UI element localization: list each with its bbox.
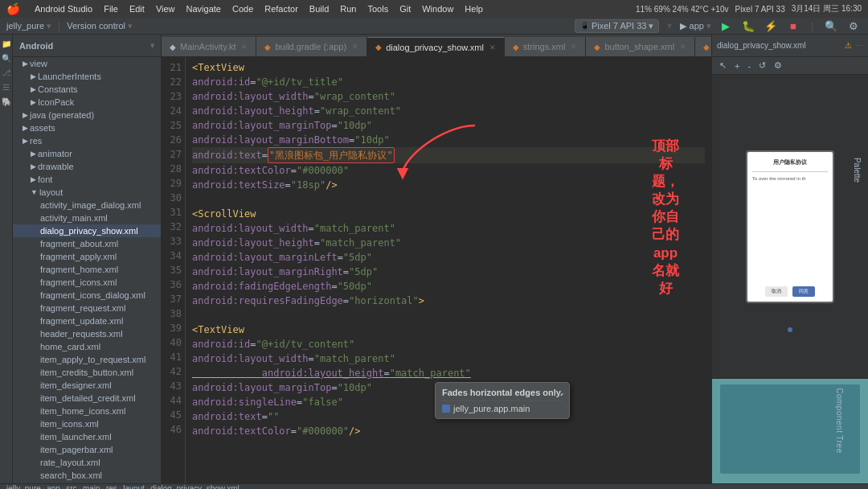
vcs-control[interactable]: Version control ▾: [67, 21, 133, 31]
sidebar-item[interactable]: fragment_apply.xml: [13, 250, 161, 263]
stop-button[interactable]: ■: [785, 18, 801, 34]
preview-ok-btn[interactable]: 同意: [792, 286, 815, 297]
editor-content[interactable]: 2122232425262728293031323334353637383940…: [162, 57, 711, 483]
tool-zoom-out[interactable]: -: [745, 60, 753, 72]
code-line: [192, 308, 705, 323]
tab-close[interactable]: ✕: [241, 43, 248, 51]
menu-view[interactable]: View: [156, 4, 175, 14]
app-target[interactable]: ▶ app ▾: [680, 21, 710, 31]
search-everywhere[interactable]: 🔍: [823, 18, 839, 34]
device-selector[interactable]: 📱 Pixel 7 API 33 ▾: [575, 19, 660, 33]
right-panel-menu[interactable]: ⋯: [855, 41, 863, 50]
sidebar-item[interactable]: home_card.xml: [13, 340, 161, 353]
code-line: android:id="@+id/tv_content": [192, 337, 705, 351]
menu-android-studio[interactable]: Android Studio: [35, 4, 92, 14]
sidebar-item[interactable]: fragment_about.xml: [13, 237, 161, 250]
palette-label: Palette: [853, 158, 862, 183]
sidebar-item[interactable]: fragment_update.xml: [13, 314, 161, 327]
menu-refactor[interactable]: Refactor: [264, 4, 298, 14]
code-line: android:id="@+id/tv_title": [192, 75, 705, 89]
debug-button[interactable]: 🐛: [740, 18, 756, 34]
project-icon[interactable]: 📁: [1, 38, 12, 49]
sidebar-item[interactable]: activity_main.xml: [13, 212, 161, 224]
sidebar-label: res: [30, 136, 42, 146]
gradle-icon[interactable]: 🐘: [1, 96, 12, 107]
sidebar-item[interactable]: ▶LauncherIntents: [13, 70, 161, 83]
sidebar-item[interactable]: ▶animator: [13, 147, 161, 160]
sidebar-item[interactable]: search_box.xml: [13, 469, 161, 482]
sidebar-item[interactable]: ▶font: [13, 173, 161, 186]
editor-tab[interactable]: ◆dialog_privacy_show.xml✕: [367, 37, 505, 56]
editor-tab[interactable]: ◆build.gradle (:app)✕: [256, 37, 367, 56]
structure-icon[interactable]: ☰: [1, 81, 12, 92]
tooltip-sub-text: jelly_pure.app.main: [453, 404, 530, 413]
sidebar-item[interactable]: fragment_icons_dialog.xml: [13, 289, 161, 302]
sidebar-item[interactable]: item_credits_button.xml: [13, 366, 161, 379]
tab-close[interactable]: ✕: [571, 43, 577, 51]
sidebar-label: item_home_icons.xml: [40, 406, 125, 416]
editor-tab[interactable]: ◆MainActivity.kt✕: [162, 37, 256, 56]
sidebar-item[interactable]: ▶IconPack: [13, 96, 161, 109]
sidebar-item[interactable]: dialog_privacy_show.xml: [13, 224, 161, 237]
sidebar-item[interactable]: activity_image_dialog.xml: [13, 199, 161, 212]
code-line: android:layout_height="match_parent": [192, 236, 705, 250]
menu-run[interactable]: Run: [340, 4, 356, 14]
sidebar-item[interactable]: item_detailed_credit.xml: [13, 392, 161, 405]
menu-window[interactable]: Window: [422, 4, 453, 14]
sidebar-item[interactable]: ▼layout: [13, 186, 161, 199]
menu-edit[interactable]: Edit: [129, 4, 145, 14]
sidebar-item[interactable]: fragment_icons.xml: [13, 276, 161, 289]
code-line: android:layout_height="wrap_content": [192, 104, 705, 118]
sidebar-item[interactable]: fragment_request.xml: [13, 302, 161, 314]
tab-close[interactable]: ✕: [489, 43, 496, 51]
code-line: android:text="黑浪图标包_用户隐私协议": [192, 147, 705, 163]
menu-tools[interactable]: Tools: [367, 4, 388, 14]
sidebar-item[interactable]: ▶java (generated): [13, 109, 161, 121]
sidebar-item[interactable]: item_launcher.xml: [13, 430, 161, 443]
editor-tab[interactable]: ◆button_shape.xml✕: [586, 37, 695, 56]
tab-close[interactable]: ✕: [680, 43, 686, 51]
sidebar-item[interactable]: item_icons.xml: [13, 417, 161, 430]
settings-button[interactable]: ⚙: [845, 18, 862, 34]
menu-help[interactable]: Help: [465, 4, 483, 14]
file-icon: ▶: [23, 60, 28, 68]
sidebar-item[interactable]: fragment_home.xml: [13, 263, 161, 276]
menu-build[interactable]: Build: [309, 4, 329, 14]
find-icon[interactable]: 🔍: [1, 52, 12, 64]
sidebar-item[interactable]: item_home_icons.xml: [13, 405, 161, 417]
sidebar-label: Constants: [38, 84, 78, 94]
tool-settings[interactable]: ⚙: [772, 60, 784, 72]
sidebar-item[interactable]: ▶res: [13, 134, 161, 147]
vcs-icon[interactable]: ⎇: [1, 67, 12, 78]
tool-zoom-in[interactable]: +: [732, 60, 742, 72]
tab-icon: ◆: [170, 43, 176, 51]
sidebar-label: java (generated): [30, 110, 94, 120]
sidebar-item[interactable]: item_pagerbar.xml: [13, 443, 161, 456]
tool-move[interactable]: ↖: [717, 60, 729, 72]
menu-code[interactable]: Code: [232, 4, 253, 14]
menu-file[interactable]: File: [104, 4, 118, 14]
sidebar-item[interactable]: item_designer.xml: [13, 379, 161, 392]
menu-git[interactable]: Git: [399, 4, 411, 14]
preview-cancel-btn[interactable]: 取消: [765, 286, 788, 297]
apple-menu-icon[interactable]: 🍎: [6, 2, 20, 15]
profile-button[interactable]: ⚡: [763, 18, 779, 34]
sidebar-item[interactable]: item_apply_to_request.xml: [13, 353, 161, 366]
sidebar-item[interactable]: ▶drawable: [13, 160, 161, 173]
sidebar-item[interactable]: ▶Constants: [13, 83, 161, 96]
tab-close[interactable]: ✕: [352, 43, 358, 51]
run-button[interactable]: ▶: [718, 18, 734, 34]
tool-refresh[interactable]: ↺: [756, 60, 768, 72]
sidebar-item[interactable]: header_requests.xml: [13, 327, 161, 340]
file-icon: ▶: [31, 175, 36, 183]
editor-tab[interactable]: ◆styles.xml✕: [695, 37, 711, 56]
sidebar-collapse[interactable]: ▾: [150, 41, 154, 50]
project-name[interactable]: jelly_pure ▾: [6, 21, 51, 31]
sidebar-item[interactable]: ▶assets: [13, 121, 161, 134]
sidebar-item[interactable]: rate_layout.xml: [13, 456, 161, 469]
sidebar-item[interactable]: ▶view: [13, 57, 161, 70]
menu-navigate[interactable]: Navigate: [186, 4, 221, 14]
code-editor[interactable]: <TextView android:id="@+id/tv_title" and…: [186, 57, 711, 483]
tooltip-more[interactable]: ⋯: [553, 388, 564, 401]
editor-tab[interactable]: ◆strings.xml✕: [505, 37, 587, 56]
